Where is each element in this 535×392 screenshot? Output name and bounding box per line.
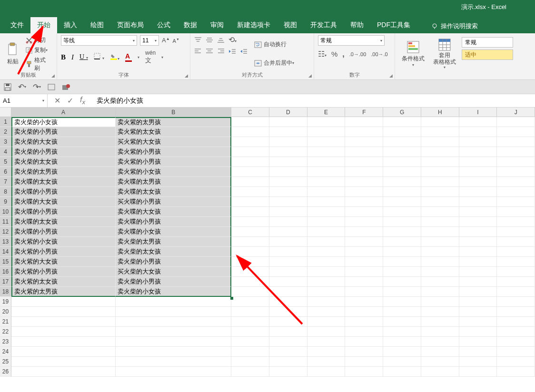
cell-C5[interactable] (231, 157, 269, 167)
cell-E19[interactable] (307, 297, 346, 307)
cell-G22[interactable] (383, 327, 421, 337)
cell-H22[interactable] (421, 327, 459, 337)
cell-A18[interactable]: 卖火紫的太男孩 (11, 287, 116, 297)
cell-F17[interactable] (345, 277, 383, 287)
cell-E1[interactable] (307, 117, 346, 127)
cell-H21[interactable] (421, 317, 459, 327)
font-launcher-icon[interactable]: ◢ (185, 73, 188, 78)
cell-C2[interactable] (231, 127, 269, 137)
fx-icon[interactable]: fx (80, 96, 85, 106)
cell-I14[interactable] (459, 247, 497, 257)
cell-H5[interactable] (421, 157, 459, 167)
col-header-H[interactable]: H (421, 108, 459, 117)
cell-F21[interactable] (345, 317, 383, 327)
orientation-button[interactable]: ⟲▾ (228, 35, 237, 44)
row-header-11[interactable]: 11 (0, 217, 11, 227)
cell-D4[interactable] (269, 147, 307, 157)
col-header-I[interactable]: I (459, 108, 497, 117)
cell-C7[interactable] (231, 177, 269, 187)
cell-A11[interactable]: 卖火喋的太女孩 (11, 217, 116, 227)
format-as-table-button[interactable]: 套用 表格格式▾ (430, 35, 459, 72)
cell-F3[interactable] (345, 137, 383, 147)
cell-I6[interactable] (459, 167, 497, 177)
cell-H8[interactable] (421, 187, 459, 197)
cell-D19[interactable] (269, 297, 307, 307)
cell-F26[interactable] (345, 367, 383, 377)
cell-H24[interactable] (421, 347, 459, 357)
cell-D11[interactable] (269, 217, 307, 227)
cell-A13[interactable]: 卖火紫的小女孩 (11, 237, 116, 247)
cell-B9[interactable]: 买火喋的小男孩 (116, 197, 231, 207)
cell-H6[interactable] (421, 167, 459, 177)
cell-H14[interactable] (421, 247, 459, 257)
phonetic-button[interactable]: wén文 (145, 49, 156, 65)
cell-J6[interactable] (497, 167, 535, 177)
cell-B11[interactable]: 卖火喋的小男孩 (116, 217, 231, 227)
cell-J2[interactable] (497, 127, 535, 137)
cell-B10[interactable]: 卖火喋的大女孩 (116, 207, 231, 217)
tab-开发工具[interactable]: 开发工具 (304, 17, 344, 33)
formula-input[interactable]: 卖火柴的小女孩 (92, 97, 535, 105)
row-header-16[interactable]: 16 (0, 267, 11, 277)
cell-H11[interactable] (421, 217, 459, 227)
cell-C12[interactable] (231, 227, 269, 237)
cell-A21[interactable] (11, 317, 116, 327)
fill-color-button[interactable]: ▾ (110, 52, 119, 62)
cell-B25[interactable] (116, 357, 231, 367)
cell-E18[interactable] (307, 287, 346, 297)
cell-D20[interactable] (269, 307, 307, 317)
row-header-24[interactable]: 24 (0, 347, 11, 357)
cell-B5[interactable]: 卖火紫的小男孩 (116, 157, 231, 167)
row-header-9[interactable]: 9 (0, 197, 11, 207)
row-header-7[interactable]: 7 (0, 177, 11, 187)
col-header-E[interactable]: E (307, 108, 346, 117)
cell-A20[interactable] (11, 307, 116, 317)
tab-视图[interactable]: 视图 (277, 17, 304, 33)
cell-I1[interactable] (459, 117, 497, 127)
align-bottom-icon[interactable] (217, 37, 225, 43)
cell-E5[interactable] (307, 157, 346, 167)
align-middle-icon[interactable] (206, 37, 213, 43)
accounting-button[interactable]: ☷▾ (318, 49, 327, 59)
cell-G12[interactable] (383, 227, 421, 237)
cell-A15[interactable]: 卖火紫的大女孩 (11, 257, 116, 267)
cell-I10[interactable] (459, 207, 497, 217)
cell-E3[interactable] (307, 137, 346, 147)
cell-A9[interactable]: 卖火喋的大女孩 (11, 197, 116, 207)
cell-E6[interactable] (307, 167, 346, 177)
clipboard-launcher-icon[interactable]: ◢ (51, 73, 55, 78)
cell-D12[interactable] (269, 227, 307, 237)
cell-G19[interactable] (383, 297, 421, 307)
cell-H10[interactable] (421, 207, 459, 217)
cell-B16[interactable]: 买火柴的大女孩 (116, 267, 231, 277)
row-header-14[interactable]: 14 (0, 247, 11, 257)
cell-B14[interactable]: 卖火柴的太女孩 (116, 247, 231, 257)
cell-G11[interactable] (383, 217, 421, 227)
cell-J11[interactable] (497, 217, 535, 227)
row-header-26[interactable]: 26 (0, 367, 11, 377)
cell-B22[interactable] (116, 327, 231, 337)
cell-I25[interactable] (459, 357, 497, 367)
cell-I17[interactable] (459, 277, 497, 287)
cell-J20[interactable] (497, 307, 535, 317)
cell-J4[interactable] (497, 147, 535, 157)
cell-J19[interactable] (497, 297, 535, 307)
cell-C17[interactable] (231, 277, 269, 287)
cell-C16[interactable] (231, 267, 269, 277)
increase-decimal-icon[interactable]: .0→.00 (349, 51, 366, 57)
cell-G7[interactable] (383, 177, 421, 187)
cell-G13[interactable] (383, 237, 421, 247)
cell-E10[interactable] (307, 207, 346, 217)
cell-G2[interactable] (383, 127, 421, 137)
tab-文件[interactable]: 文件 (4, 17, 30, 33)
cell-B4[interactable]: 卖火紫的小男孩 (116, 147, 231, 157)
cut-button[interactable]: 剪切 (24, 35, 53, 45)
cell-H20[interactable] (421, 307, 459, 317)
cell-I2[interactable] (459, 127, 497, 137)
cell-H7[interactable] (421, 177, 459, 187)
cell-H23[interactable] (421, 337, 459, 347)
cell-A12[interactable]: 卖火喋的小男孩 (11, 227, 116, 237)
cell-F4[interactable] (345, 147, 383, 157)
cell-D18[interactable] (269, 287, 307, 297)
cell-D3[interactable] (269, 137, 307, 147)
